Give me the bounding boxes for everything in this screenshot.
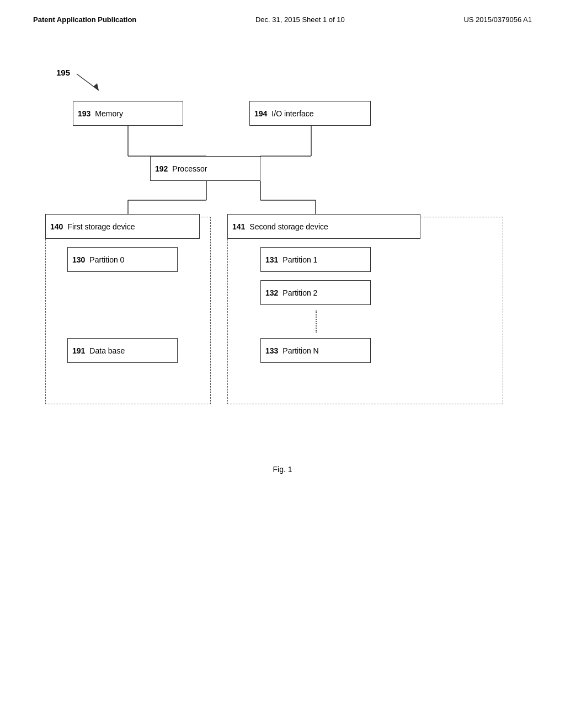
box-partition2: 132 Partition 2: [260, 280, 371, 305]
arrow-195-svg: [74, 71, 107, 93]
label-195: 195: [56, 68, 70, 77]
svg-marker-13: [93, 83, 99, 90]
box-processor: 192 Processor: [150, 156, 260, 181]
box-first-storage: 140 First storage device: [45, 214, 200, 239]
dashed-box-right: [227, 217, 503, 404]
box-database: 191 Data base: [67, 338, 178, 363]
dotted-vertical-line: [316, 311, 317, 333]
box-partition1: 131 Partition 1: [260, 247, 371, 272]
box-partitionN: 133 Partition N: [260, 338, 371, 363]
page-header: Patent Application Publication Dec. 31, …: [0, 0, 565, 24]
header-left: Patent Application Publication: [33, 15, 136, 24]
box-partition0: 130 Partition 0: [67, 247, 178, 272]
box-memory: 193 Memory: [73, 101, 183, 126]
header-right: US 2015/0379056 A1: [463, 15, 532, 24]
header-center: Dec. 31, 2015 Sheet 1 of 10: [255, 15, 345, 24]
box-second-storage: 141 Second storage device: [227, 214, 420, 239]
dashed-box-left: [45, 217, 211, 404]
diagram-area: 195 193 Memory 194 I/O interface 192 Pro…: [45, 68, 520, 443]
fig-label: Fig. 1: [0, 465, 565, 474]
box-io: 194 I/O interface: [249, 101, 371, 126]
